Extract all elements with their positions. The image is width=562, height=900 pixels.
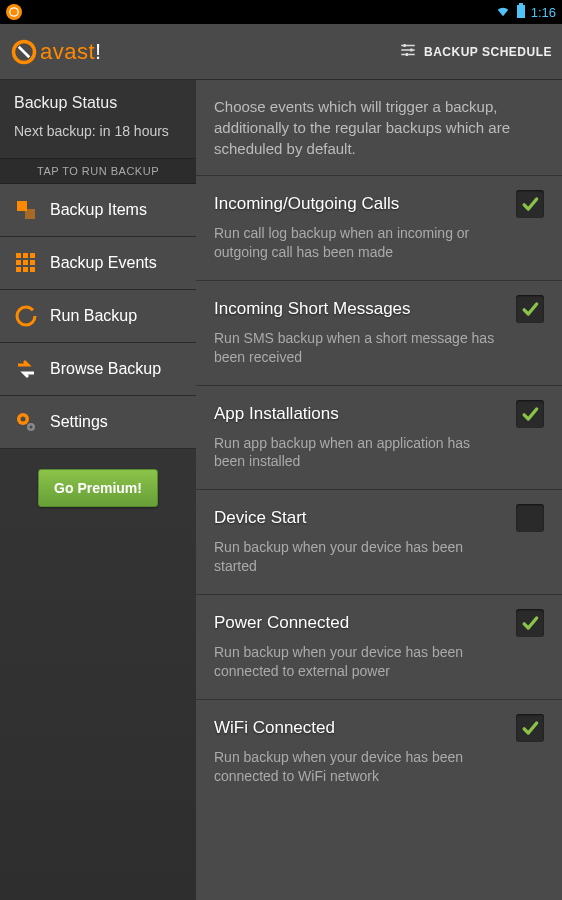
svg-rect-14	[30, 260, 35, 265]
event-title: App Installations	[214, 404, 339, 424]
backup-schedule-button[interactable]: BACKUP SCHEDULE	[398, 41, 552, 62]
run-backup-icon	[14, 304, 38, 328]
event-item[interactable]: Incoming/Outgoing CallsRun call log back…	[196, 175, 562, 280]
svg-rect-8	[25, 209, 35, 219]
settings-icon	[14, 410, 38, 434]
content-intro: Choose events which will trigger a backu…	[196, 80, 562, 175]
sidebar-item-label: Run Backup	[50, 307, 137, 325]
event-item[interactable]: WiFi ConnectedRun backup when your devic…	[196, 699, 562, 804]
status-time: 1:16	[531, 5, 556, 20]
tap-to-run-label: TAP TO RUN BACKUP	[0, 158, 196, 184]
svg-rect-9	[16, 253, 21, 258]
sliders-icon	[398, 41, 418, 62]
svg-rect-1	[517, 5, 525, 18]
status-right: 1:16	[495, 3, 556, 22]
sidebar-status[interactable]: Backup Status Next backup: in 18 hours	[0, 80, 196, 158]
sidebar-item-backup-events[interactable]: Backup Events	[0, 237, 196, 290]
sidebar-item-run-backup[interactable]: Run Backup	[0, 290, 196, 343]
go-premium-label: Go Premium!	[54, 480, 142, 496]
svg-rect-12	[16, 260, 21, 265]
avast-notification-icon	[6, 4, 22, 20]
event-title: Incoming/Outgoing Calls	[214, 194, 399, 214]
next-backup-text: Next backup: in 18 hours	[14, 122, 182, 140]
event-desc: Run SMS backup when a short message has …	[214, 329, 544, 367]
sidebar-item-label: Settings	[50, 413, 108, 431]
event-item[interactable]: Incoming Short MessagesRun SMS backup wh…	[196, 280, 562, 385]
backup-schedule-label: BACKUP SCHEDULE	[424, 45, 552, 59]
status-bar: 1:16	[0, 0, 562, 24]
svg-rect-15	[16, 267, 21, 272]
sidebar: Backup Status Next backup: in 18 hours T…	[0, 80, 196, 900]
sidebar-item-browse-backup[interactable]: Browse Backup	[0, 343, 196, 396]
main: Backup Status Next backup: in 18 hours T…	[0, 80, 562, 900]
event-item[interactable]: App InstallationsRun app backup when an …	[196, 385, 562, 490]
event-item[interactable]: Device StartRun backup when your device …	[196, 489, 562, 594]
sidebar-item-label: Backup Items	[50, 201, 147, 219]
sidebar-item-label: Backup Events	[50, 254, 157, 272]
sidebar-item-label: Browse Backup	[50, 360, 161, 378]
go-premium-button[interactable]: Go Premium!	[38, 469, 158, 507]
event-desc: Run backup when your device has been con…	[214, 643, 544, 681]
svg-point-20	[21, 417, 26, 422]
svg-rect-2	[519, 3, 523, 5]
app-logo: avast!	[10, 38, 102, 66]
battery-icon	[516, 3, 526, 22]
event-title: Device Start	[214, 508, 307, 528]
event-desc: Run backup when your device has been con…	[214, 748, 544, 786]
svg-rect-4	[404, 44, 406, 47]
svg-rect-13	[23, 260, 28, 265]
wifi-icon	[495, 4, 511, 21]
backup-items-icon	[14, 198, 38, 222]
svg-rect-11	[30, 253, 35, 258]
svg-point-18	[17, 307, 35, 325]
svg-point-22	[30, 426, 33, 429]
svg-point-0	[10, 8, 18, 16]
event-checkbox[interactable]	[516, 400, 544, 428]
event-title: Incoming Short Messages	[214, 299, 411, 319]
svg-rect-10	[23, 253, 28, 258]
svg-rect-5	[410, 49, 412, 52]
status-left	[6, 4, 22, 20]
event-desc: Run app backup when an application has b…	[214, 434, 544, 472]
event-checkbox[interactable]	[516, 609, 544, 637]
svg-rect-17	[30, 267, 35, 272]
backup-events-icon	[14, 251, 38, 275]
event-checkbox[interactable]	[516, 714, 544, 742]
content[interactable]: Choose events which will trigger a backu…	[196, 80, 562, 900]
event-checkbox[interactable]	[516, 190, 544, 218]
event-item[interactable]: Power ConnectedRun backup when your devi…	[196, 594, 562, 699]
app-bar: avast! BACKUP SCHEDULE	[0, 24, 562, 80]
svg-rect-6	[406, 53, 408, 56]
event-desc: Run backup when your device has been sta…	[214, 538, 544, 576]
logo-text: avast!	[40, 39, 102, 65]
svg-rect-16	[23, 267, 28, 272]
event-checkbox[interactable]	[516, 295, 544, 323]
event-desc: Run call log backup when an incoming or …	[214, 224, 544, 262]
backup-status-title: Backup Status	[14, 94, 182, 112]
event-checkbox[interactable]	[516, 504, 544, 532]
browse-backup-icon	[14, 357, 38, 381]
avast-logo-icon	[10, 38, 38, 66]
event-title: WiFi Connected	[214, 718, 335, 738]
sidebar-item-settings[interactable]: Settings	[0, 396, 196, 449]
event-title: Power Connected	[214, 613, 349, 633]
sidebar-item-backup-items[interactable]: Backup Items	[0, 184, 196, 237]
